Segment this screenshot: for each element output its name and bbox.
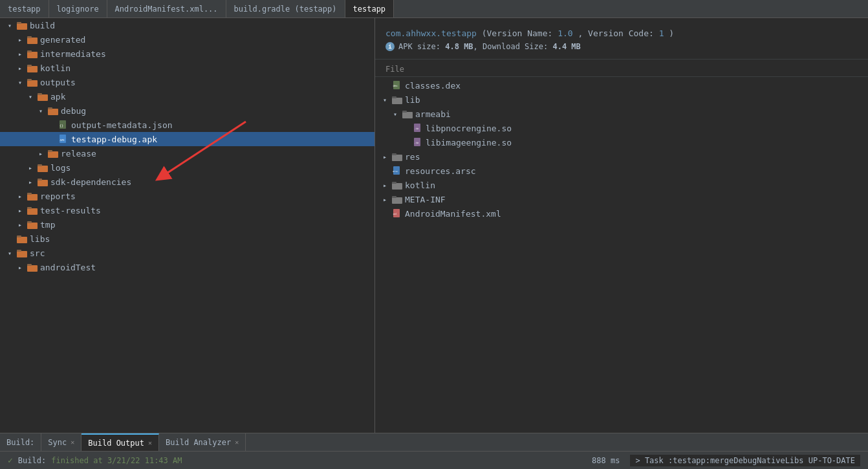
status-bar: ✓ Build: finished at 3/21/22 11:43 AM 88… <box>0 451 868 469</box>
svg-text:xml: xml <box>393 213 397 215</box>
tree-label-apk: apk <box>50 92 65 102</box>
bottom-section: Build: Sync ✕ Build Output ✕ Build Analy… <box>0 433 868 469</box>
arrow-intermediates <box>16 49 25 58</box>
rtree-label-resources-arsc: resources.arsc <box>405 166 476 176</box>
task-text: > Task :testapp:mergeDebugNativeLibs UP-… <box>630 455 860 466</box>
rtree-item-meta-inf[interactable]: META-INF <box>375 192 868 206</box>
svg-rect-23 <box>38 164 42 166</box>
svg-rect-40 <box>392 98 402 104</box>
tab-logignore[interactable]: logignore <box>49 0 107 17</box>
arrow-sdk-deps <box>26 177 35 186</box>
tree-item-sdk-dependencies[interactable]: sdk-dependencies <box>0 175 374 189</box>
rtree-item-lib[interactable]: lib <box>375 93 868 107</box>
svg-rect-27 <box>27 193 32 195</box>
tree-item-kotlin[interactable]: kotlin <box>0 61 374 75</box>
rtree-label-armeabi: armeabi <box>415 109 451 119</box>
tree-item-intermediates[interactable]: intermediates <box>0 47 374 61</box>
arrow-src <box>5 248 14 257</box>
close-build-analyzer-tab[interactable]: ✕ <box>235 439 239 446</box>
tree-item-debug[interactable]: debug <box>0 104 374 118</box>
svg-rect-21 <box>48 150 52 152</box>
tree-label-intermediates: intermediates <box>40 49 106 59</box>
svg-rect-42 <box>402 112 413 118</box>
tree-label-debug: debug <box>61 106 86 116</box>
bottom-tab-sync[interactable]: Sync ✕ <box>41 433 81 451</box>
arrow-outputs <box>16 78 25 87</box>
folder-icon-apk <box>38 93 48 101</box>
tree-label-tmp: tmp <box>40 220 55 230</box>
tree-label-androidtest: androidTest <box>40 263 96 272</box>
svg-rect-7 <box>27 50 32 52</box>
tree-item-generated[interactable]: generated <box>0 32 374 47</box>
close-build-output-tab[interactable]: ✕ <box>148 439 152 446</box>
svg-text:APK: APK <box>60 138 65 142</box>
rtree-item-armeabi[interactable]: armeabi <box>375 107 868 121</box>
rtree-item-kotlin-right[interactable]: kotlin <box>375 178 868 192</box>
tree-label-kotlin: kotlin <box>40 63 71 73</box>
tab-testapp[interactable]: testapp <box>0 0 49 17</box>
file-column-header: File <box>375 62 868 77</box>
svg-rect-12 <box>38 94 48 101</box>
tree-item-reports[interactable]: reports <box>0 189 374 203</box>
tab-buildgradle[interactable]: build.gradle (testapp) <box>226 0 345 17</box>
tree-label-reports: reports <box>40 191 76 201</box>
arrow-release <box>36 149 45 158</box>
bottom-tab-build-analyzer[interactable]: Build Analyzer ✕ <box>159 433 246 451</box>
svg-rect-25 <box>38 179 42 180</box>
tree-label-libs: libs <box>30 234 50 244</box>
tree-item-release[interactable]: release <box>0 146 374 160</box>
tab-testapp2[interactable]: testapp <box>345 0 395 17</box>
folder-icon-libs <box>17 235 27 243</box>
tree-item-testapp-debug-apk[interactable]: APK testapp-debug.apk <box>0 132 374 146</box>
tree-item-tmp[interactable]: tmp <box>0 217 374 232</box>
close-sync-tab[interactable]: ✕ <box>71 439 74 446</box>
rtree-item-classes-dex[interactable]: dex classes.dex <box>375 78 868 93</box>
rtree-label-libimageengine: libimageengine.so <box>426 138 512 147</box>
svg-rect-43 <box>402 111 407 113</box>
tree-item-output-metadata[interactable]: {} output-metadata.json <box>0 118 374 132</box>
rtree-label-kotlin-right: kotlin <box>405 180 435 190</box>
arrow-kotlin <box>16 63 25 72</box>
tree-item-test-results[interactable]: test-results <box>0 203 374 217</box>
arrow-androidtest <box>16 263 25 272</box>
tree-item-src[interactable]: src <box>0 246 374 260</box>
tree-label-test-results: test-results <box>40 206 101 215</box>
folder-icon-build <box>17 21 27 30</box>
svg-rect-36 <box>27 265 38 272</box>
folder-icon-debug <box>48 107 58 115</box>
rtree-item-resources-arsc[interactable]: arsc resources.arsc <box>375 164 868 178</box>
tree-item-androidtest[interactable]: androidTest <box>0 260 374 274</box>
json-file-icon: {} <box>58 120 69 130</box>
tab-androidmanifest[interactable]: AndroidManifest.xml... <box>107 0 226 17</box>
apk-file-icon: APK <box>58 134 69 144</box>
rtree-item-libimageengine[interactable]: .so libimageengine.so <box>375 135 868 149</box>
svg-rect-30 <box>27 223 38 229</box>
svg-rect-49 <box>392 153 396 155</box>
rtree-label-meta-inf: META-INF <box>405 195 446 204</box>
build-status-label: Build: <box>18 456 46 465</box>
svg-rect-24 <box>38 180 48 186</box>
tree-label-logs: logs <box>50 163 71 173</box>
tree-item-build[interactable]: build <box>0 18 374 32</box>
rtree-item-res[interactable]: res <box>375 149 868 164</box>
folder-icon-reports <box>27 192 38 201</box>
svg-rect-28 <box>27 208 38 215</box>
bottom-tab-build-label[interactable]: Build: <box>0 433 41 451</box>
tree-item-apk[interactable]: apk <box>0 89 374 104</box>
folder-icon-kotlin <box>27 64 38 72</box>
rtree-item-libpnocrengine[interactable]: .so libpnocrengine.so <box>375 121 868 135</box>
folder-icon-release <box>48 149 58 158</box>
tree-item-outputs[interactable]: outputs <box>0 75 374 89</box>
bottom-tab-build-output[interactable]: Build Output ✕ <box>81 433 159 451</box>
apk-header: com.ahhwxx.testapp (Version Name: 1.0 , … <box>375 23 868 60</box>
folder-icon-logs <box>38 164 48 172</box>
tree-label-sdk-deps: sdk-dependencies <box>50 177 131 187</box>
svg-rect-33 <box>17 235 21 237</box>
timing-display: 888 ms <box>592 456 620 465</box>
tree-item-libs[interactable]: libs <box>0 232 374 246</box>
svg-rect-20 <box>48 151 58 158</box>
arrow-debug <box>36 106 45 115</box>
tree-item-logs[interactable]: logs <box>0 160 374 175</box>
folder-icon-armeabi <box>402 110 413 118</box>
rtree-item-androidmanifest[interactable]: xml AndroidManifest.xml <box>375 206 868 221</box>
